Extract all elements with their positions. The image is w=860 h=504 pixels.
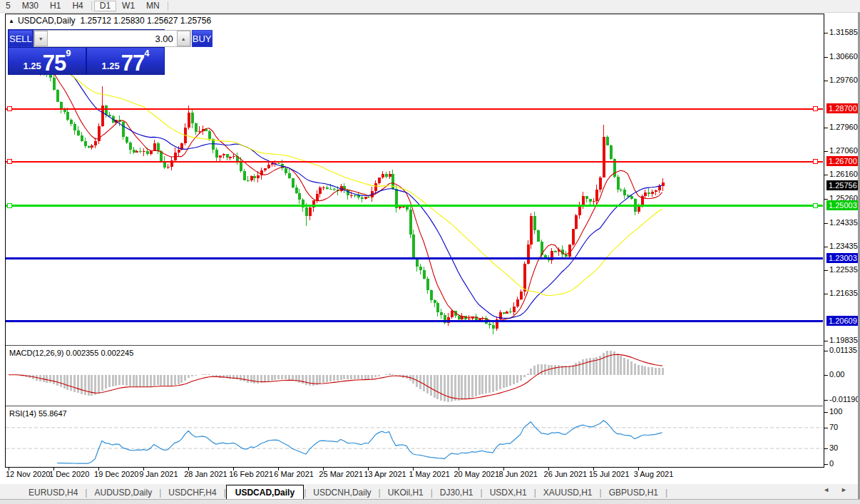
price-tick-label: 1.22535 [829,265,858,274]
buy-price-point: 4 [144,48,149,58]
price-axis[interactable]: 1.315851.306601.297601.279601.270601.261… [824,14,858,467]
sell-price-base: 1.25 [23,61,41,71]
buy-price-pips: 77 [121,54,144,72]
hline-marker[interactable] [7,204,11,208]
hline-marker[interactable] [813,160,817,164]
price-tick-label: 1.21635 [829,289,858,297]
hline-marker[interactable] [7,160,11,164]
date-axis-label: 6 Mar 2021 [274,470,314,478]
hline-price-badge: 1.23003 [826,253,859,263]
one-click-trading-panel: SELL ▼ ▲ BUY 1.25 75 9 1.25 77 4 [8,29,165,75]
hline-marker[interactable] [813,204,817,208]
date-axis-label: 25 Mar 2021 [319,470,363,478]
moving-average-line-8 [9,36,662,321]
buy-price-base: 1.25 [101,61,119,71]
date-axis-label: 20 May 2021 [454,470,500,478]
macd-tick-label: 0.01135 [829,346,857,354]
date-axis-label: 3 Aug 2021 [634,470,674,478]
price-tick-label: 1.27060 [829,146,858,155]
date-axis-label: 26 Jun 2021 [544,470,588,478]
date-axis-label: 19 Dec 2020 [94,470,138,478]
macd-tick-label: 0.00 [829,370,844,379]
sell-price-point: 9 [66,48,71,58]
macd-tick-label: -0.01190 [829,395,860,403]
date-axis-label: 1 May 2021 [409,470,449,478]
macd-histogram [9,351,663,402]
price-tick-label: 1.26160 [829,170,858,178]
price-tick-label: 1.31585 [829,28,858,36]
rsi-tick-label: 30 [829,443,838,452]
price-tick-label: 1.29760 [829,76,858,84]
date-axis-label: 13 Apr 2021 [364,470,406,478]
chart-canvas [0,0,860,504]
volume-input[interactable] [48,31,177,46]
price-tick-label: 1.19835 [829,336,858,344]
hline-price-badge: 1.26700 [826,156,859,166]
price-tick-label: 1.27960 [829,123,858,131]
date-axis-label: 15 Jul 2021 [589,470,630,478]
sell-button[interactable]: SELL [9,30,33,47]
moving-average-line-40 [9,36,662,296]
chart-title: ▲USDCAD,Daily1.25712 1.25830 1.25627 1.2… [9,16,211,26]
date-axis-label: 1 Dec 2020 [49,470,89,478]
chart-ohlc-values: 1.25712 1.25830 1.25627 1.25756 [81,16,212,26]
volume-decrease-button[interactable]: ▼ [34,31,48,46]
buy-price-display[interactable]: 1.25 77 4 [87,48,164,74]
rsi-tick-label: 0 [829,459,834,468]
buy-button[interactable]: BUY [192,30,213,47]
rsi-indicator-label: RSI(14) 55.8647 [9,409,67,418]
price-tick-label: 1.24335 [829,218,858,227]
rsi-tick-label: 70 [829,423,838,431]
date-axis-label: 9 Jan 2021 [139,470,178,478]
price-tick-label: 1.30660 [829,52,858,61]
sell-price-pips: 75 [43,54,66,72]
hline-price-badge: 1.25003 [826,200,859,210]
macd-indicator-label: MACD(12,26,9) 0.002355 0.002245 [9,349,133,357]
date-axis-label: 16 Feb 2021 [229,470,273,478]
date-axis-label: 28 Jan 2021 [184,470,227,478]
rsi-tick-label: 100 [829,407,842,416]
date-axis-label: 8 Jun 2021 [499,470,538,478]
hline-marker[interactable] [7,107,11,111]
sell-price-display[interactable]: 1.25 75 9 [9,48,86,74]
hline-price-badge: 1.28700 [826,103,859,113]
current-price-badge: 1.25756 [826,180,859,190]
hline-price-badge: 1.20609 [826,316,859,326]
chart-symbol-label: USDCAD,Daily [18,16,76,26]
moving-average-line-20 [9,36,662,318]
volume-spinner: ▼ ▲ [34,30,191,47]
collapse-triangle-icon[interactable]: ▲ [9,18,14,24]
rsi-line [57,421,662,464]
date-axis-label: 12 Nov 2020 [6,470,50,478]
candles-layer [8,31,665,335]
hline-marker[interactable] [813,107,817,111]
price-tick-label: 1.23435 [829,242,858,250]
volume-increase-button[interactable]: ▲ [177,31,190,46]
date-axis[interactable]: 12 Nov 20201 Dec 202019 Dec 20209 Jan 20… [5,468,832,481]
